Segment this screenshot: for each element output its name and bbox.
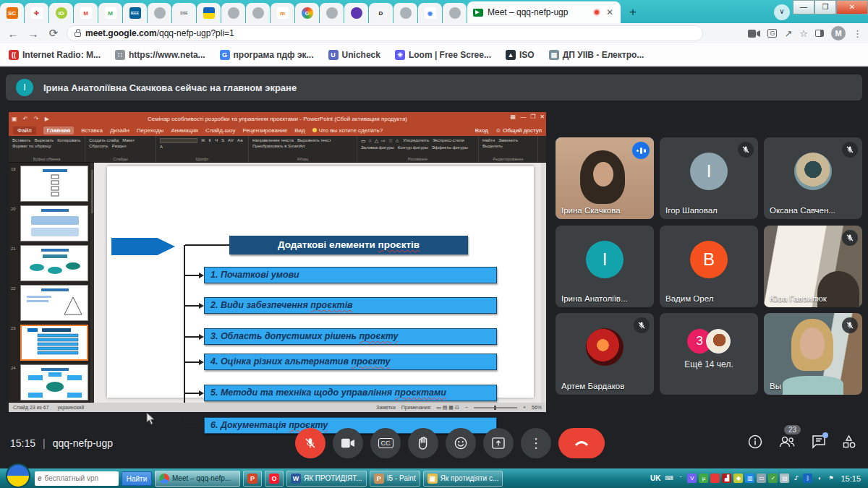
participant-tile-4[interactable]: ІІрина Анатоліїв... <box>556 226 654 307</box>
pinned-tab-moodle[interactable]: m <box>271 3 294 23</box>
taskbar-word-doc-button[interactable]: WЯК ПРОТИДІЯТ... <box>286 471 367 487</box>
bookmark-internet-radio[interactable]: ((Internet Radio: M... <box>9 50 101 60</box>
notes-button[interactable]: Заметки <box>376 405 396 410</box>
more-options-button[interactable]: ⋮ <box>521 428 551 458</box>
ribbon-button[interactable]: Аа <box>237 138 242 143</box>
activities-icon[interactable] <box>842 435 856 452</box>
bookmark-loom[interactable]: ✳Loom | Free Scree... <box>395 50 491 60</box>
keyboard-language[interactable]: UK <box>650 474 660 482</box>
ribbon-button[interactable]: Формат по образцу <box>12 144 51 148</box>
view-buttons[interactable]: ▭ ▤ ▦ ⊡ <box>436 405 459 411</box>
present-button[interactable] <box>483 428 514 458</box>
zoom-slider[interactable] <box>474 407 517 408</box>
pinned-tab-pinwheel[interactable]: ✣ <box>25 3 48 23</box>
tab-search-chevron-icon[interactable]: ∨ <box>774 4 790 20</box>
bookmark-iso[interactable]: ▲ISO <box>506 50 535 60</box>
back-icon[interactable]: ← <box>6 27 20 40</box>
pinned-tab-globe-1[interactable] <box>148 3 171 23</box>
share-icon[interactable]: ↗ <box>784 28 792 39</box>
ribbon-button[interactable]: Выделить <box>482 144 503 148</box>
ribbon-button[interactable]: Упорядочить <box>403 138 429 144</box>
canvas-scrollbar[interactable] <box>541 163 546 403</box>
tray-monitor-icon[interactable]: ▭ <box>757 474 766 483</box>
bookmark-star-icon[interactable]: ☆ <box>799 28 808 39</box>
pinned-tab-scopus[interactable]: SC <box>0 3 24 23</box>
taskbar-powerpoint-button[interactable]: P <box>243 471 262 487</box>
ribbon-button[interactable]: АV <box>228 138 234 143</box>
ribbon-button[interactable]: Копировать <box>57 138 80 142</box>
ppt-sign-in[interactable]: Вход <box>475 127 488 134</box>
tray-diamond-icon[interactable]: ◆ <box>733 474 743 483</box>
ppt-tab-Вид[interactable]: Вид <box>294 127 305 134</box>
taskbar-folder-button[interactable]: ▣Як протидіяти с... <box>423 471 503 487</box>
bookmark-google-item[interactable]: Gпрограма пдф эк... <box>220 50 314 60</box>
slide-thumbnail-23[interactable] <box>20 325 88 361</box>
bookmark-unicheck[interactable]: UUnicheck <box>328 50 380 60</box>
ribbon-button[interactable]: Заливка фигуры <box>361 145 394 150</box>
ribbon-button[interactable]: Макет <box>122 138 135 142</box>
tab-close-icon[interactable]: ✕ <box>605 7 615 17</box>
pinned-tab-ieee[interactable]: IEEE <box>123 3 147 23</box>
meeting-details-icon[interactable] <box>748 435 762 452</box>
taskbar-clock[interactable]: 15:15 <box>841 474 861 483</box>
pinned-tab-globe-3[interactable] <box>246 3 270 23</box>
menu-kebab-icon[interactable]: ⋮ <box>853 28 862 39</box>
tray-tray-expand-icon[interactable]: ˆ <box>676 474 685 483</box>
ppt-tab-Анимация[interactable]: Анимация <box>171 127 198 134</box>
restore-button[interactable]: ❐ <box>814 0 836 14</box>
camera-button[interactable] <box>333 428 363 458</box>
captions-button[interactable]: CC <box>370 428 401 458</box>
ribbon-button[interactable]: Выровнять текст <box>297 138 331 142</box>
ppt-tab-Главная[interactable]: Главная <box>43 127 75 134</box>
tray-clipboard-icon[interactable]: ▤ <box>780 474 789 483</box>
active-tab[interactable]: Meet – qqq-nefp-ugp ✕ <box>467 1 621 23</box>
tray-utorrent-icon[interactable]: µ <box>699 474 708 483</box>
slide-thumbnail-21[interactable] <box>20 245 88 281</box>
participant-tile-1[interactable]: Ірина Скачкова <box>556 137 654 219</box>
forward-icon[interactable]: → <box>26 27 41 40</box>
ribbon-button[interactable]: Экспресс-стили <box>433 138 464 144</box>
shapes-gallery[interactable]: ▭ ○ △ ⇨ ☆ ⌂ <box>361 138 399 144</box>
ribbon-button[interactable]: Контур фигуры <box>398 145 428 150</box>
taskbar-chrome-button[interactable]: Meet – qqq-nefp... <box>155 471 240 487</box>
pinned-tab-gmail-2[interactable]: M <box>98 3 122 23</box>
ribbon-button[interactable]: Направление текста <box>252 138 294 142</box>
ppt-tab-Рецензирование[interactable]: Рецензирование <box>242 127 287 134</box>
tray-bluetooth-icon[interactable]: ᛒ <box>803 474 812 483</box>
participants-icon[interactable]: 23 <box>778 435 796 451</box>
ribbon-button[interactable]: Ч <box>215 138 218 143</box>
pinned-tab-globe-5[interactable] <box>393 3 417 23</box>
tray-keyboard-icon[interactable]: ⌨ <box>664 474 673 483</box>
pinned-tab-globe-6[interactable] <box>443 3 467 23</box>
ribbon-button[interactable]: Вставить <box>12 138 30 142</box>
ribbon-button[interactable]: Найти <box>482 138 495 142</box>
ribbon-button[interactable]: Ж <box>201 138 205 143</box>
participant-tile-5[interactable]: ВВадим Орел <box>660 226 758 307</box>
ppt-share-button[interactable]: ☺ Общий доступ <box>495 127 542 134</box>
participant-tile-9[interactable]: Вы <box>764 313 862 395</box>
ribbon-button[interactable]: S <box>221 138 224 143</box>
pinned-tab-globe-2[interactable] <box>221 3 245 23</box>
spellcheck-language[interactable]: украинский <box>58 405 85 410</box>
tray-red-app-icon[interactable] <box>710 474 720 483</box>
tray-viber-icon[interactable]: V <box>687 474 697 483</box>
pinned-tab-d-serif[interactable]: D <box>369 3 393 23</box>
pinned-tab-gmail[interactable]: M <box>74 3 98 23</box>
pinned-tab-map-pin[interactable]: ◉ <box>418 3 442 23</box>
ppt-tab-Переходы[interactable]: Переходы <box>137 127 164 134</box>
pinned-tab-c-ring[interactable]: C <box>295 3 319 23</box>
zoom-out-icon[interactable]: − <box>465 405 468 410</box>
ribbon-button[interactable]: Создать слайд <box>89 138 119 142</box>
participant-tile-7[interactable]: Артем Бардаков <box>556 313 654 395</box>
ribbon-button[interactable]: К <box>209 138 212 143</box>
close-button[interactable]: ✕ <box>836 0 868 14</box>
taskbar-search-go-button[interactable]: Найти <box>122 471 152 486</box>
bookmark-neta[interactable]: ∷https://www.neta... <box>115 50 205 60</box>
camera-sharing-icon[interactable] <box>748 29 760 38</box>
bookmark-dp-uiv[interactable]: ▤ДП УІІВ - Електро... <box>549 50 644 60</box>
ribbon-button[interactable]: Преобразовать в SmartArt <box>252 144 305 148</box>
ribbon-button[interactable]: Заменить <box>498 138 518 142</box>
start-button-ukraine-flag[interactable] <box>6 463 30 488</box>
reactions-button[interactable] <box>446 428 476 458</box>
comments-button[interactable]: Примечания <box>401 405 430 410</box>
